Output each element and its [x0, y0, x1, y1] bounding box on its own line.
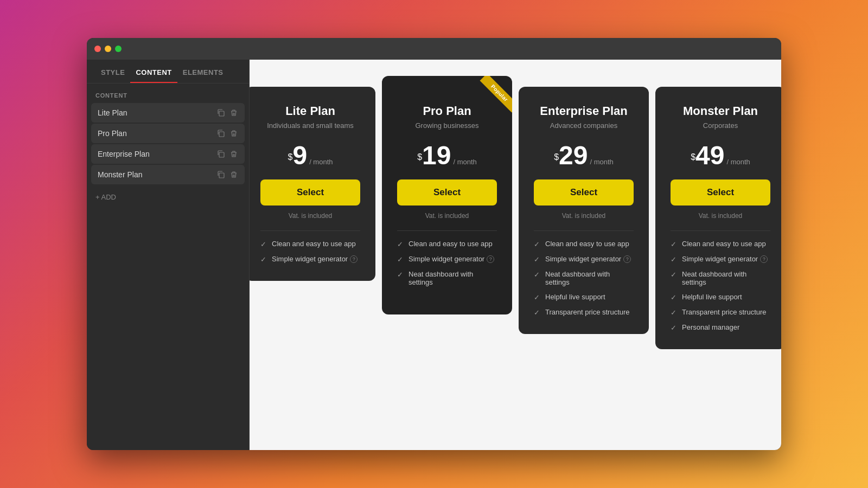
titlebar [87, 38, 781, 60]
check-icon: ✓ [397, 271, 403, 279]
copy-icon[interactable] [216, 170, 225, 179]
svg-rect-1 [219, 132, 224, 137]
select-button-lite[interactable]: Select [260, 179, 360, 206]
select-button-enterprise[interactable]: Select [534, 179, 634, 206]
pricing-card-pro: Pro Plan Growing businesses $ 19 / month… [382, 76, 512, 314]
content-area: Lite Plan Individuals and small teams $ … [250, 60, 781, 450]
delete-icon[interactable] [229, 129, 238, 138]
plan-name: Lite Plan [260, 104, 360, 118]
price-amount: 29 [559, 143, 588, 169]
feature-item: ✓ Simple widget generator ? [671, 255, 770, 264]
feature-text: Simple widget generator [409, 255, 484, 263]
traffic-lights [94, 46, 122, 52]
copy-icon[interactable] [216, 129, 225, 138]
price-amount: 19 [422, 143, 451, 169]
feature-text: Transparent price structure [682, 308, 767, 316]
add-button[interactable]: + ADD [95, 191, 240, 203]
help-icon[interactable]: ? [350, 255, 358, 263]
main-layout: STYLE CONTENT ELEMENTS CONTENT Lite Plan [87, 60, 781, 450]
help-icon[interactable]: ? [623, 255, 631, 263]
sidebar-items: Lite Plan Pro Plan [87, 103, 249, 184]
feature-text: Neat dashboard with settings [409, 270, 497, 286]
price-dollar: $ [288, 152, 293, 162]
plan-price: $ 49 / month [671, 143, 770, 169]
feature-item: ✓ Transparent price structure [671, 308, 770, 317]
feature-item: ✓ Simple widget generator ? [534, 255, 634, 264]
feature-text: Simple widget generator [545, 255, 621, 263]
feature-text: Clean and easy to use app [272, 240, 356, 248]
maximize-button[interactable] [115, 46, 122, 52]
plan-price: $ 19 / month [397, 143, 497, 169]
svg-rect-3 [219, 173, 224, 178]
feature-item: ✓ Clean and easy to use app [397, 240, 497, 248]
sidebar-item-enterprise-plan[interactable]: Enterprise Plan [91, 144, 245, 164]
check-icon: ✓ [534, 309, 540, 317]
price-dollar: $ [417, 152, 422, 162]
check-icon: ✓ [534, 255, 540, 264]
sidebar-tabs: STYLE CONTENT ELEMENTS [87, 60, 249, 84]
sidebar-item-label: Enterprise Plan [98, 150, 216, 158]
features-list: ✓ Clean and easy to use app ✓ Simple wid… [534, 240, 634, 317]
copy-icon[interactable] [216, 108, 225, 117]
price-period: / month [453, 158, 476, 166]
svg-rect-2 [219, 152, 224, 157]
tab-style[interactable]: STYLE [95, 60, 130, 83]
sidebar-item-pro-plan[interactable]: Pro Plan [91, 124, 245, 143]
pricing-cards: Lite Plan Individuals and small teams $ … [250, 87, 781, 349]
pricing-card-lite: Lite Plan Individuals and small teams $ … [250, 87, 375, 281]
plan-desc: Advanced companies [534, 121, 634, 130]
vat-note: Vat. is included [534, 212, 634, 220]
features-list: ✓ Clean and easy to use app ✓ Simple wid… [397, 240, 497, 286]
feature-item: ✓ Helpful live support [671, 293, 770, 301]
delete-icon[interactable] [229, 170, 238, 179]
minimize-button[interactable] [105, 46, 111, 52]
select-button-monster[interactable]: Select [671, 179, 770, 206]
feature-item: ✓ Clean and easy to use app [671, 240, 770, 248]
close-button[interactable] [94, 46, 101, 52]
check-icon: ✓ [397, 240, 403, 248]
item-actions [216, 150, 238, 158]
feature-item: ✓ Simple widget generator ? [260, 255, 360, 264]
price-amount: 49 [695, 143, 724, 169]
feature-with-help: Simple widget generator ? [545, 255, 631, 263]
help-icon[interactable]: ? [487, 255, 494, 263]
price-period: / month [590, 158, 613, 166]
sidebar-item-monster-plan[interactable]: Monster Plan [91, 165, 245, 184]
feature-item: ✓ Helpful live support [534, 293, 634, 301]
tab-content[interactable]: CONTENT [130, 60, 177, 83]
plan-price: $ 9 / month [260, 143, 360, 169]
delete-icon[interactable] [229, 150, 238, 158]
feature-with-help: Simple widget generator ? [409, 255, 494, 263]
copy-icon[interactable] [216, 150, 225, 158]
check-icon: ✓ [397, 255, 403, 264]
vat-note: Vat. is included [671, 212, 770, 220]
item-actions [216, 108, 238, 117]
check-icon: ✓ [671, 271, 676, 279]
delete-icon[interactable] [229, 108, 238, 117]
tab-elements[interactable]: ELEMENTS [177, 60, 229, 83]
price-period: / month [309, 158, 333, 166]
feature-text: Helpful live support [682, 293, 742, 301]
feature-text: Simple widget generator [682, 255, 758, 263]
check-icon: ✓ [671, 293, 676, 301]
help-icon[interactable]: ? [760, 255, 768, 263]
sidebar-item-lite-plan[interactable]: Lite Plan [91, 103, 245, 123]
divider [671, 230, 770, 231]
vat-note: Vat. is included [397, 212, 497, 220]
divider [534, 230, 634, 231]
item-actions [216, 129, 238, 138]
plan-price: $ 29 / month [534, 143, 634, 169]
feature-with-help: Simple widget generator ? [272, 255, 358, 263]
feature-text: Clean and easy to use app [682, 240, 766, 248]
features-list: ✓ Clean and easy to use app ✓ Simple wid… [260, 240, 360, 264]
feature-item: ✓ Neat dashboard with settings [534, 270, 634, 286]
feature-text: Neat dashboard with settings [682, 270, 770, 286]
sidebar: STYLE CONTENT ELEMENTS CONTENT Lite Plan [87, 60, 250, 450]
feature-text: Simple widget generator [272, 255, 348, 263]
feature-text: Clean and easy to use app [545, 240, 629, 248]
item-actions [216, 170, 238, 179]
feature-item: ✓ Personal manager [671, 323, 770, 332]
price-dollar: $ [554, 152, 559, 162]
price-amount: 9 [292, 143, 307, 169]
select-button-pro[interactable]: Select [397, 179, 497, 206]
